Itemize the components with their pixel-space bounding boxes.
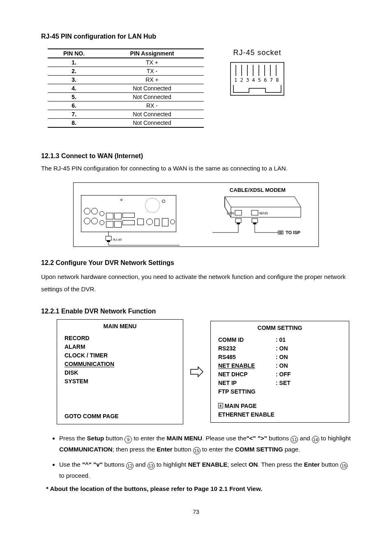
pin-header-assign: PIN Assignment	[100, 49, 204, 58]
table-row: 6.RX -	[48, 101, 204, 110]
modem-icon: LAN WAN TO ISP	[212, 195, 303, 240]
ethernet-enable-label: ETHERNET ENABLE	[218, 411, 274, 418]
goto-label: GOTO COMM PAGE	[65, 412, 175, 421]
comm-val: : OFF	[276, 370, 341, 379]
svg-text:WAN: WAN	[259, 211, 268, 215]
heading-1221: 12.2.1 Enable DVR Network Function	[41, 308, 351, 315]
comm-key: COMM ID	[218, 336, 276, 344]
pin-table: PIN NO. PIN Assignment 1.TX + 2.TX - 3.R…	[48, 48, 204, 128]
comm-setting-box: COMM SETTING COMM ID: 01 RS232: ON RS485…	[210, 321, 349, 423]
menu-item: DISK	[65, 368, 175, 377]
instruction-item: Press the Setup button 9 to enter the MA…	[59, 433, 351, 455]
table-row: 3.RX +	[48, 76, 204, 84]
plus-minus-icon: ±	[218, 403, 223, 408]
comm-key: RS485	[218, 353, 276, 362]
circled-9-icon: 9	[125, 436, 132, 443]
svg-rect-18	[252, 219, 258, 223]
svg-rect-19	[253, 223, 256, 224]
circled-15-icon: 15	[340, 462, 348, 470]
table-row: 4.Not Connected	[48, 84, 204, 93]
comm-key: RS232	[218, 344, 276, 353]
p122: Upon network hardware connection, you ne…	[41, 271, 351, 295]
table-row: 8.Not Connected	[48, 119, 204, 128]
page-number: 73	[41, 509, 351, 515]
main-menu-box: MAIN MENU RECORD ALARM CLOCK / TIMER COM…	[57, 319, 183, 424]
comm-val: : ON	[276, 344, 341, 353]
circled-14-icon: 14	[312, 436, 319, 443]
comm-key-highlighted: NET ENABLE	[218, 362, 276, 370]
rj45-port-label: RJ-45	[113, 238, 122, 242]
dvr-back-panel-icon	[81, 195, 176, 232]
svg-text:1 2 3 4 5 6 7 8: 1 2 3 4 5 6 7 8	[234, 77, 279, 83]
circled-12-icon: 12	[126, 462, 134, 470]
wan-text: The RJ-45 PIN configuration for connecti…	[41, 164, 351, 173]
comm-val: : ON	[276, 362, 341, 370]
comm-val	[276, 387, 341, 396]
table-row: 5.Not Connected	[48, 93, 204, 101]
menu-item: CLOCK / TIMER	[65, 351, 175, 360]
comm-title: COMM SETTING	[218, 324, 341, 332]
comm-key: NET IP	[218, 379, 276, 387]
comm-val: : 01	[276, 336, 341, 344]
table-row: 2.TX -	[48, 67, 204, 76]
modem-title: CABLE/XDSL MODEM	[204, 187, 311, 193]
comm-val: : SET	[276, 379, 341, 387]
comm-val: : ON	[276, 353, 341, 362]
circled-13-icon: 13	[148, 462, 155, 470]
rj45-cable-icon	[81, 231, 180, 248]
table-row: 1.TX +	[48, 58, 204, 67]
heading-rj45: RJ-45 PIN configuration for LAN Hub	[41, 33, 351, 40]
heading-1213: 12.1.3 Connect to WAN (Internet)	[41, 152, 351, 160]
main-page-label: MAIN PAGE	[224, 403, 256, 409]
svg-rect-11	[107, 240, 110, 242]
menu-item: SYSTEM	[65, 377, 175, 386]
svg-rect-16	[235, 219, 241, 223]
footnote: * About the location of the buttons, ple…	[46, 485, 351, 492]
comm-key: FTP SETTING	[218, 387, 276, 396]
rj45-socket-icon: 1 2 3 4 5 6 7 8	[228, 60, 286, 97]
comm-key: NET DHCP	[218, 370, 276, 379]
heading-122: 12.2 Configure Your DVR Network Settings	[41, 259, 351, 267]
svg-rect-10	[106, 236, 111, 240]
svg-rect-17	[237, 223, 240, 224]
instruction-item: Use the "^" "v" buttons 12 and 13 to hig…	[59, 459, 351, 481]
socket-label: RJ-45 socket	[228, 48, 286, 57]
pin-header-no: PIN NO.	[48, 49, 100, 58]
arrow-right-icon	[190, 366, 204, 378]
menu-item-highlighted: COMMUNICATION	[65, 360, 175, 368]
menu-item: RECORD	[65, 334, 175, 343]
table-row: 7.Not Connected	[48, 110, 204, 119]
menu-item: ALARM	[65, 343, 175, 351]
rj45-socket-diagram: RJ-45 socket 1 2 3 4 5 6 7 8	[228, 48, 286, 97]
connection-diagram: RJ-45 CABLE/XDSL MODEM LAN WAN TO ISP	[73, 182, 319, 247]
svg-text:LAN: LAN	[227, 211, 234, 215]
to-isp-label: TO ISP	[286, 230, 300, 235]
circled-11-icon: 11	[291, 436, 298, 443]
circled-15-icon: 15	[193, 447, 201, 454]
main-menu-title: MAIN MENU	[65, 322, 175, 331]
